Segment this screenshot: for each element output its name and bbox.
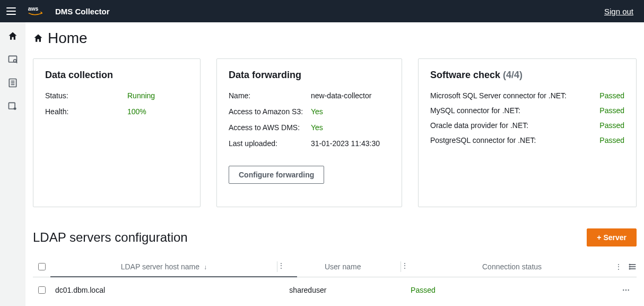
software-check-title-text: Software check: [430, 70, 500, 80]
cell-user: shareduser: [285, 286, 402, 294]
software-check-card: Software check (4/4) Microsoft SQL Serve…: [418, 58, 637, 207]
col-user[interactable]: User name: [285, 262, 401, 271]
sidebar-databases-icon[interactable]: [7, 78, 18, 88]
cell-status: Passed: [406, 286, 616, 294]
df-dms-label: Access to AWS DMS:: [229, 123, 311, 132]
main-content: Home Data collection Status: Running Hea…: [25, 22, 644, 306]
sw-item-name: MySQL connector for .NET:: [430, 106, 589, 115]
row-checkbox[interactable]: [38, 286, 46, 294]
data-forwarding-card: Data forwarding Name: new-data-collector…: [216, 58, 402, 207]
sw-item-status: Passed: [599, 91, 624, 100]
col-hostname[interactable]: LDAP server host name ↓: [50, 262, 277, 271]
sw-item-name: Oracle data provider for .NET:: [430, 121, 589, 130]
col-status[interactable]: Connection status: [408, 262, 615, 271]
status-label: Status:: [45, 91, 127, 100]
software-check-count: (4/4): [503, 70, 523, 80]
page-title: Home: [48, 30, 88, 47]
configure-forwarding-button[interactable]: Configure forwarding: [229, 166, 324, 184]
column-settings-icon[interactable]: [629, 262, 637, 271]
df-dms-value: Yes: [311, 123, 323, 132]
column-divider-icon[interactable]: ⋮: [615, 262, 622, 271]
sidebar-home-icon[interactable]: [7, 31, 18, 41]
data-collection-title: Data collection: [45, 70, 188, 81]
sidebar-health-icon[interactable]: [7, 101, 18, 112]
table-row[interactable]: dc01.dbm.local shareduser Passed ⋯: [33, 277, 637, 303]
data-collection-card: Data collection Status: Running Health: …: [33, 58, 201, 207]
sort-desc-icon: ↓: [204, 264, 207, 271]
svg-rect-1: [9, 56, 17, 62]
column-divider-icon[interactable]: ⋮: [277, 261, 285, 272]
ldap-table: LDAP server host name ↓ ⋮ User name ⋮ Co…: [33, 256, 637, 303]
page-title-row: Home: [33, 30, 644, 47]
add-server-button[interactable]: + Server: [587, 228, 637, 246]
app-title: DMS Collector: [55, 7, 604, 16]
df-uploaded-label: Last uploaded:: [229, 139, 311, 148]
svg-point-12: [629, 264, 630, 265]
data-forwarding-title: Data forwarding: [229, 70, 390, 81]
df-name-value: new-data-collector: [311, 91, 371, 100]
row-actions-icon[interactable]: ⋯: [622, 286, 631, 294]
sw-item-status: Passed: [599, 121, 624, 130]
software-check-title: Software check (4/4): [430, 70, 624, 81]
cell-hostname: dc01.dbm.local: [51, 286, 281, 294]
sidebar: [0, 22, 25, 306]
health-label: Health:: [45, 107, 127, 116]
column-divider-icon[interactable]: ⋮: [401, 261, 408, 272]
hamburger-menu-icon[interactable]: [6, 5, 19, 18]
sw-item-status: Passed: [599, 106, 624, 115]
sw-item-name: Microsoft SQL Server connector for .NET:: [430, 91, 589, 100]
col-hostname-label: LDAP server host name: [121, 262, 199, 271]
svg-point-13: [629, 266, 630, 267]
sign-out-link[interactable]: Sign out: [604, 7, 633, 16]
select-all-checkbox[interactable]: [38, 263, 46, 270]
table-header: LDAP server host name ↓ ⋮ User name ⋮ Co…: [33, 256, 637, 277]
df-name-label: Name:: [229, 91, 311, 100]
sw-item-name: PostgreSQL connector for .NET:: [430, 136, 589, 144]
df-s3-label: Access to Amazon S3:: [229, 107, 311, 116]
svg-point-14: [629, 268, 630, 269]
top-bar: aws DMS Collector Sign out: [0, 0, 644, 22]
status-value: Running: [127, 91, 155, 100]
sw-item-status: Passed: [599, 136, 624, 144]
df-uploaded-value: 31-01-2023 11:43:30: [311, 139, 380, 148]
aws-logo: aws: [28, 5, 48, 17]
home-icon: [33, 33, 43, 44]
health-value: 100%: [127, 107, 146, 116]
sidebar-discovery-icon[interactable]: [7, 54, 18, 65]
ldap-section-title: LDAP servers configuration: [33, 230, 188, 245]
svg-text:aws: aws: [28, 6, 39, 12]
df-s3-value: Yes: [311, 107, 323, 116]
